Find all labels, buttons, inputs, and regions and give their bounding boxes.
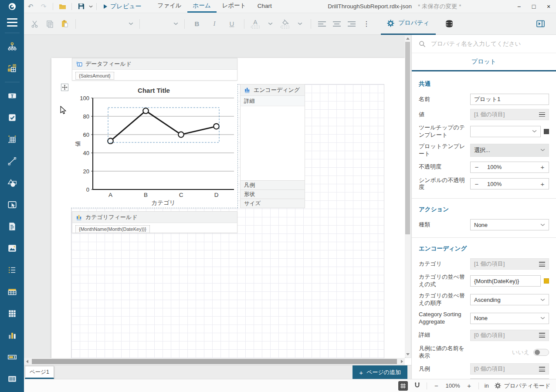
property-collection-editor[interactable]: [1 個の項目] xyxy=(470,258,549,270)
menu-tab-ファイル[interactable]: ファイル xyxy=(152,0,187,13)
italic-button[interactable]: I xyxy=(206,20,223,27)
property-collection-editor[interactable]: [0 個の項目] xyxy=(470,363,549,375)
sidebar-tool-textbox-icon[interactable] xyxy=(0,85,24,107)
maximize-button[interactable]: □ xyxy=(526,0,541,13)
property-stepper[interactable]: −100%+ xyxy=(470,178,549,189)
cut-icon[interactable] xyxy=(27,17,42,31)
save-icon[interactable] xyxy=(75,0,88,13)
plot-selection-rect[interactable] xyxy=(108,108,219,142)
align-right-button[interactable] xyxy=(344,21,359,27)
properties-mode-button[interactable]: プロパティモード xyxy=(495,382,550,390)
expression-button[interactable] xyxy=(544,129,549,134)
category-field-chip[interactable]: {MonthName(Month(DateKey))} xyxy=(75,225,150,233)
encoding-panel[interactable]: エンコーディング 詳細 凡例形状サイズ xyxy=(240,84,305,208)
add-page-button[interactable]: + ページの追加 xyxy=(353,365,407,379)
property-input[interactable]: {Month(DateKey)} xyxy=(470,275,541,287)
collapse-panel-icon[interactable] xyxy=(533,17,548,31)
font-color-button[interactable]: A xyxy=(248,20,263,28)
plot-properties-tab[interactable]: プロット xyxy=(412,53,556,71)
close-button[interactable]: × xyxy=(541,0,556,13)
menu-tab-レポート[interactable]: レポート xyxy=(217,0,252,13)
stepper-decrease-button[interactable]: − xyxy=(471,180,483,188)
sidebar-tool-checkbox-icon[interactable] xyxy=(0,107,24,128)
property-dropdown[interactable]: Ascending xyxy=(470,294,549,305)
font-size-dropdown[interactable] xyxy=(143,18,181,30)
toggle-switch[interactable] xyxy=(533,349,549,356)
align-center-button[interactable] xyxy=(329,21,344,27)
font-family-dropdown[interactable] xyxy=(79,18,136,30)
horizontal-scrollbar[interactable] xyxy=(24,358,405,365)
category-field-panel[interactable]: カテゴリフィールド {MonthName(Month(DateKey))} xyxy=(72,211,237,233)
sidebar-tool-image-icon[interactable] xyxy=(0,237,24,259)
properties-panel-button[interactable]: プロパティ xyxy=(381,13,436,35)
sidebar-tool-layout-group-icon[interactable] xyxy=(0,57,24,79)
bold-button[interactable]: B xyxy=(188,20,206,27)
data-sources-icon[interactable] xyxy=(442,17,457,31)
property-search-input[interactable] xyxy=(430,40,549,47)
horizontal-scroll-thumb[interactable] xyxy=(32,359,397,364)
open-file-icon[interactable] xyxy=(56,0,69,13)
paste-icon[interactable] xyxy=(57,17,72,31)
vertical-scroll-thumb[interactable] xyxy=(405,42,410,234)
encoding-channel-形状[interactable]: 形状 xyxy=(241,189,305,199)
sidebar-tool-line-icon[interactable] xyxy=(0,150,24,172)
property-dropdown[interactable]: None xyxy=(470,378,549,379)
sidebar-tool-chart-icon[interactable] xyxy=(0,324,24,346)
sidebar-tool-report-explorer-icon[interactable] xyxy=(0,36,24,57)
sidebar-tool-table-icon[interactable] xyxy=(0,281,24,303)
sidebar-tool-list-icon[interactable] xyxy=(0,259,24,281)
app-logo[interactable] xyxy=(0,0,24,13)
design-canvas[interactable]: 020406080100ABCDカテゴリ値Chart Title データフィール… xyxy=(24,35,411,358)
property-dropdown[interactable]: 選択... xyxy=(470,144,549,157)
sidebar-tool-bullet-graph-icon[interactable] xyxy=(0,346,24,368)
property-collection-editor[interactable]: [0 個の項目] xyxy=(470,330,549,341)
data-field-chip[interactable]: {SalesAmount} xyxy=(75,72,114,80)
menu-tab-ホーム[interactable]: ホーム xyxy=(187,0,217,13)
undo-icon[interactable]: ↶ xyxy=(24,0,37,13)
scroll-left-arrow[interactable] xyxy=(24,360,30,363)
property-toggle[interactable]: いいえ xyxy=(470,348,549,356)
property-collection-editor[interactable]: [1 個の項目] xyxy=(470,109,549,120)
chart-element[interactable]: 020406080100ABCDカテゴリ値Chart Title xyxy=(71,84,238,208)
property-input[interactable]: プロット1 xyxy=(470,94,549,105)
redo-icon[interactable]: ↷ xyxy=(37,0,50,13)
scroll-right-arrow[interactable] xyxy=(399,360,405,363)
move-handle[interactable] xyxy=(61,84,68,91)
scroll-down-arrow[interactable] xyxy=(405,351,410,357)
stepper-increase-button[interactable]: + xyxy=(536,163,549,171)
property-dropdown[interactable] xyxy=(470,126,541,137)
underline-button[interactable]: U xyxy=(223,20,241,27)
save-options-caret[interactable] xyxy=(88,0,94,13)
sidebar-tool-barcode-icon[interactable] xyxy=(0,368,24,390)
property-dropdown[interactable]: None xyxy=(470,219,549,230)
sidebar-tool-matrix-icon[interactable] xyxy=(0,303,24,324)
menu-tab-Chart[interactable]: Chart xyxy=(252,0,278,13)
scroll-up-arrow[interactable] xyxy=(405,36,410,41)
data-field-panel[interactable]: データフィールド {SalesAmount} xyxy=(72,58,237,81)
sidebar-tool-shape-icon[interactable] xyxy=(0,172,24,194)
encoding-channel-凡例[interactable]: 凡例 xyxy=(241,180,305,189)
stepper-increase-button[interactable]: + xyxy=(536,180,549,188)
encoding-channel-サイズ[interactable]: サイズ xyxy=(241,199,305,208)
property-stepper[interactable]: −100%+ xyxy=(470,162,549,173)
minimize-button[interactable]: − xyxy=(512,0,526,13)
snap-toggle-button[interactable] xyxy=(414,382,421,390)
fill-color-button[interactable] xyxy=(278,19,292,28)
page-tab-1[interactable]: ページ1 xyxy=(25,366,54,379)
more-options-icon[interactable]: ⋮ xyxy=(359,20,374,28)
property-dropdown[interactable]: None xyxy=(470,313,549,324)
preview-button[interactable]: プレビュー xyxy=(99,3,146,10)
measurement-unit[interactable]: in xyxy=(485,382,489,389)
sidebar-tool-richtext-icon[interactable] xyxy=(0,216,24,237)
align-left-button[interactable] xyxy=(315,21,329,27)
copy-icon[interactable] xyxy=(42,17,57,31)
zoom-level[interactable]: 100% xyxy=(445,382,460,389)
vertical-scrollbar[interactable] xyxy=(405,36,410,357)
fill-color-caret[interactable] xyxy=(292,17,307,31)
sidebar-tool-container-select-icon[interactable] xyxy=(0,194,24,216)
zoom-in-button[interactable]: + xyxy=(466,382,473,389)
expression-set-indicator[interactable] xyxy=(544,278,549,284)
font-color-caret[interactable] xyxy=(263,17,278,31)
grid-toggle-button[interactable] xyxy=(398,381,408,391)
sidebar-tool-tablix-icon[interactable] xyxy=(0,128,24,150)
